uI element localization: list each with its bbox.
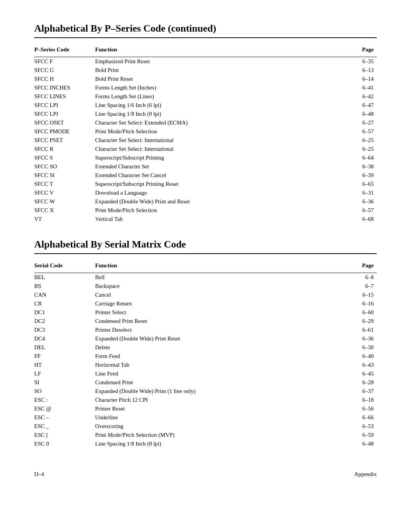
section1-col-code-header: P–Series Code	[34, 45, 95, 57]
function-cell: Line Feed	[95, 369, 350, 378]
page-cell: 6–8	[350, 273, 377, 282]
page-cell: 6–56	[350, 404, 377, 413]
table-row: SFCC X Print Mode/Pitch Selection 6–57	[34, 206, 377, 215]
table-row: ESC @ Printer Reset 6–56	[34, 404, 377, 413]
function-cell: Print Mode/Pitch Selection	[95, 127, 350, 136]
code-cell: FF	[34, 352, 95, 361]
table-row: SFCC W Expanded (Double Wide) Print and …	[34, 197, 377, 206]
page-cell: 6–57	[350, 206, 377, 215]
code-cell: DC2	[34, 317, 95, 326]
table-row: SFCC V Download a Language 6–31	[34, 189, 377, 197]
function-cell: Emphasized Print Reset	[95, 57, 350, 66]
function-cell: Print Mode/Pitch Selection	[95, 206, 350, 215]
page-cell: 6–28	[350, 378, 377, 387]
code-cell: SFCC T	[34, 180, 95, 189]
page-cell: 6–29	[350, 317, 377, 326]
page-cell: 6–42	[350, 92, 377, 101]
code-cell: ESC [	[34, 431, 95, 439]
function-cell: Forms Length Set (Lines)	[95, 92, 350, 101]
table-row: CR Carriage Return 6–16	[34, 299, 377, 308]
code-cell: CAN	[34, 291, 95, 299]
code-cell: ESC _	[34, 422, 95, 431]
table-row: ESC – Underline 6–66	[34, 413, 377, 422]
code-cell: BS	[34, 282, 95, 291]
table-row: DC2 Condensed Print Reset 6–29	[34, 317, 377, 326]
page-cell: 6–39	[350, 171, 377, 180]
table-row: BS Backspace 6–7	[34, 282, 377, 291]
code-cell: SFCC PSET	[34, 136, 95, 145]
page-cell: 6–40	[350, 352, 377, 361]
table-row: SFCC LPI Line Spacing 1/8 Inch (8 lpi) 6…	[34, 110, 377, 118]
function-cell: Expanded (Double Wide) Print and Reset	[95, 197, 350, 206]
page-cell: 6–25	[350, 145, 377, 153]
section1: Alphabetical By P–Series Code (continued…	[34, 23, 377, 224]
function-cell: Printer Deselect	[95, 326, 350, 334]
code-cell: SFCC OSET	[34, 118, 95, 127]
page-cell: 6–15	[350, 291, 377, 299]
function-cell: Bold Print Reset	[95, 75, 350, 83]
page-cell: 6–65	[350, 180, 377, 189]
function-cell: Character Set Select: International	[95, 136, 350, 145]
code-cell: SFCC F	[34, 57, 95, 66]
code-cell: SFCC SI	[34, 171, 95, 180]
code-cell: SFCC LPI	[34, 110, 95, 118]
code-cell: SFCC V	[34, 189, 95, 197]
section2-title: Alphabetical By Serial Matrix Code	[34, 239, 377, 250]
page-cell: 6–27	[350, 118, 377, 127]
code-cell: ESC –	[34, 413, 95, 422]
section1-col-page-header: Page	[350, 45, 377, 57]
table-row: VT Vertical Tab 6–68	[34, 215, 377, 224]
section2: Alphabetical By Serial Matrix Code Seria…	[34, 239, 377, 448]
table-row: SFCC SI Extended Character Set Cancel 6–…	[34, 171, 377, 180]
code-cell: SFCC H	[34, 75, 95, 83]
page-cell: 6–18	[350, 396, 377, 404]
page-cell: 6–13	[350, 66, 377, 75]
page-cell: 6–36	[350, 334, 377, 343]
function-cell: Condensed Print	[95, 378, 350, 387]
table-row: SFCC S Superscript/Subscript Printing 6–…	[34, 153, 377, 162]
section2-col-function-header: Function	[95, 261, 350, 273]
table-row: SFCC INCHES Forms Length Set (Inches) 6–…	[34, 83, 377, 92]
function-cell: Forms Length Set (Inches)	[95, 83, 350, 92]
table-row: ESC : Character Pitch 12 CPI 6–18	[34, 396, 377, 404]
table-row: SFCC R Character Set Select: Internation…	[34, 145, 377, 153]
code-cell: ESC :	[34, 396, 95, 404]
page-cell: 6–31	[350, 189, 377, 197]
table-row: DEL Delete 6–30	[34, 343, 377, 352]
page-cell: 6–36	[350, 197, 377, 206]
table-row: SFCC T Superscript/Subscript Printing Re…	[34, 180, 377, 189]
table-row: ESC [ Print Mode/Pitch Selection (MVP) 6…	[34, 431, 377, 439]
function-cell: Delete	[95, 343, 350, 352]
page-cell: 6–68	[350, 215, 377, 224]
page-cell: 6–47	[350, 101, 377, 110]
function-cell: Character Set Select: International	[95, 145, 350, 153]
code-cell: HT	[34, 361, 95, 369]
code-cell: DC3	[34, 326, 95, 334]
function-cell: Line Spacing 1/8 Inch (8 lpi)	[95, 110, 350, 118]
table-row: SFCC OSET Character Set Select: Extended…	[34, 118, 377, 127]
function-cell: Expanded (Double Wide) Print (1 line onl…	[95, 387, 350, 396]
code-cell: SFCC LPI	[34, 101, 95, 110]
footer: D–4 Appendix	[34, 471, 377, 478]
function-cell: Line Spacing 1/6 Inch (6 lpi)	[95, 101, 350, 110]
table-row: HT Horizontal Tab 6–43	[34, 361, 377, 369]
code-cell: BEL	[34, 273, 95, 282]
function-cell: Backspace	[95, 282, 350, 291]
function-cell: Overscoring	[95, 422, 350, 431]
page-cell: 6–66	[350, 413, 377, 422]
table-row: DC3 Printer Deselect 6–61	[34, 326, 377, 334]
function-cell: Vertical Tab	[95, 215, 350, 224]
code-cell: SFCC PMODE	[34, 127, 95, 136]
function-cell: Carriage Return	[95, 299, 350, 308]
table-row: ESC 0 Line Spacing 1/8 Inch (8 lpi) 6–48	[34, 439, 377, 448]
function-cell: Bold Print	[95, 66, 350, 75]
function-cell: Line Spacing 1/8 Inch (8 lpi)	[95, 439, 350, 448]
page-cell: 6–37	[350, 387, 377, 396]
function-cell: Extended Character Set	[95, 162, 350, 171]
function-cell: Expanded (Double Wide) Print Reset	[95, 334, 350, 343]
function-cell: Printer Select	[95, 308, 350, 317]
table-row: CAN Cancel 6–15	[34, 291, 377, 299]
table-row: SFCC SO Extended Character Set 6–38	[34, 162, 377, 171]
function-cell: Superscript/Subscript Printing	[95, 153, 350, 162]
code-cell: SFCC X	[34, 206, 95, 215]
